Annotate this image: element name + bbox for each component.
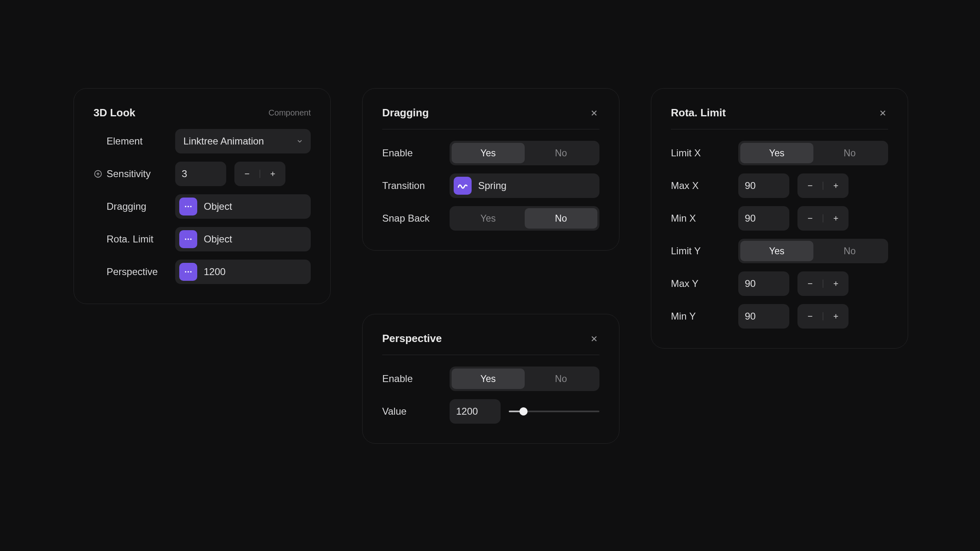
perspective-value: 1200 [204, 266, 225, 278]
snapback-label: Snap Back [382, 213, 430, 224]
snapback-segment: Yes No [450, 206, 599, 231]
limity-segment: Yes No [738, 239, 888, 263]
divider [382, 129, 599, 129]
spring-icon [454, 177, 472, 195]
panel-perspective: Perspective Enable Yes No Value 1200 [362, 314, 619, 444]
element-dropdown[interactable]: Linktree Animation [175, 129, 311, 153]
dots-icon [179, 263, 197, 281]
limitx-no[interactable]: No [813, 143, 886, 163]
svg-point-14 [190, 271, 192, 273]
enable-no[interactable]: No [525, 143, 598, 163]
plus-button[interactable] [823, 173, 849, 198]
minus-button[interactable] [234, 162, 260, 186]
plus-button[interactable] [823, 304, 849, 329]
svg-point-7 [187, 206, 189, 207]
slider-thumb[interactable] [519, 407, 528, 415]
dragging-label: Dragging [107, 201, 146, 212]
svg-point-11 [190, 238, 192, 240]
element-label: Element [107, 136, 143, 147]
divider [382, 355, 599, 355]
divider [671, 129, 888, 129]
miny-stepper [797, 304, 849, 329]
close-button[interactable] [589, 108, 599, 118]
rotalimit-label: Rota. Limit [107, 233, 154, 245]
svg-point-8 [190, 206, 192, 207]
transition-pill[interactable]: Spring [450, 173, 599, 198]
limitx-segment: Yes No [738, 141, 888, 165]
transition-label: Transition [382, 180, 425, 191]
close-button[interactable] [878, 108, 888, 118]
enable-label: Enable [382, 373, 413, 384]
panel-3d-look: 3D Look Component Element Linktree Anima… [74, 88, 331, 304]
maxx-label: Max X [671, 180, 699, 191]
svg-point-9 [185, 238, 187, 240]
enable-yes[interactable]: Yes [452, 143, 525, 163]
enable-yes[interactable]: Yes [452, 369, 525, 389]
limitx-yes[interactable]: Yes [740, 143, 813, 163]
sensitivity-label: Sensitivity [107, 168, 151, 180]
minus-button[interactable] [797, 173, 823, 198]
minx-input[interactable]: 90 [738, 206, 789, 231]
plus-button[interactable] [823, 206, 849, 231]
perspective-label: Perspective [107, 266, 158, 278]
panel-title: 3D Look [94, 107, 136, 119]
value-slider[interactable] [509, 399, 599, 424]
value-label: Value [382, 406, 407, 417]
svg-point-13 [187, 271, 189, 273]
chevron-down-icon [296, 138, 303, 145]
minus-button[interactable] [797, 271, 823, 296]
perspective-object-pill[interactable]: 1200 [175, 260, 311, 284]
dragging-object-pill[interactable]: Object [175, 194, 311, 219]
maxy-input[interactable]: 90 [738, 271, 789, 296]
dots-icon [179, 230, 197, 248]
svg-point-12 [185, 271, 187, 273]
plus-circle-icon[interactable] [94, 169, 102, 178]
snapback-yes[interactable]: Yes [452, 208, 525, 229]
panel-title: Rota. Limit [671, 107, 726, 119]
maxy-stepper [797, 271, 849, 296]
maxx-input[interactable]: 90 [738, 173, 789, 198]
snapback-no[interactable]: No [525, 208, 598, 229]
sensitivity-input[interactable]: 3 [175, 162, 226, 186]
miny-label: Min Y [671, 311, 696, 322]
enable-label: Enable [382, 147, 413, 159]
panel-title: Dragging [382, 107, 429, 119]
maxy-label: Max Y [671, 278, 699, 289]
element-value: Linktree Animation [183, 136, 264, 147]
transition-value: Spring [478, 180, 506, 191]
limity-label: Limit Y [671, 245, 701, 257]
minus-button[interactable] [797, 206, 823, 231]
panel-dragging: Dragging Enable Yes No Transition [362, 88, 619, 251]
limity-yes[interactable]: Yes [740, 241, 813, 261]
maxx-stepper [797, 173, 849, 198]
panel-rota-limit: Rota. Limit Limit X Yes No Max X 90 [651, 88, 908, 349]
plus-button[interactable] [260, 162, 285, 186]
rotalimit-object-pill[interactable]: Object [175, 227, 311, 251]
minx-stepper [797, 206, 849, 231]
miny-input[interactable]: 90 [738, 304, 789, 329]
limitx-label: Limit X [671, 147, 701, 159]
panel-title: Perspective [382, 332, 442, 345]
minx-label: Min X [671, 213, 696, 224]
enable-segment: Yes No [450, 141, 599, 165]
sensitivity-stepper [234, 162, 285, 186]
panel-subtitle: Component [269, 108, 311, 118]
dots-icon [179, 198, 197, 216]
minus-button[interactable] [797, 304, 823, 329]
rotalimit-value: Object [204, 233, 232, 245]
plus-button[interactable] [823, 271, 849, 296]
limity-no[interactable]: No [813, 241, 886, 261]
enable-no[interactable]: No [525, 369, 598, 389]
svg-point-10 [187, 238, 189, 240]
value-input[interactable]: 1200 [450, 399, 501, 424]
close-button[interactable] [589, 333, 599, 344]
enable-segment: Yes No [450, 367, 599, 391]
svg-point-6 [185, 206, 187, 207]
dragging-value: Object [204, 201, 232, 212]
